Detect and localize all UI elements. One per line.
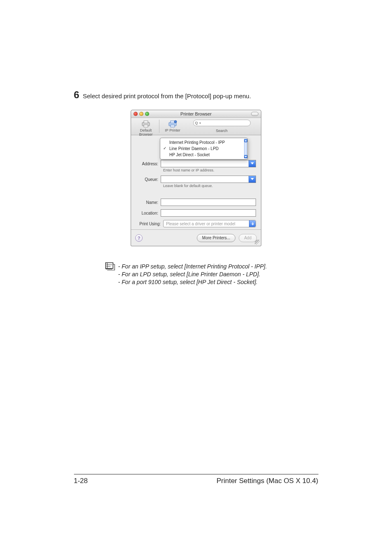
note-icon [105, 261, 115, 271]
window-titlebar: Printer Browser [131, 110, 261, 118]
name-label: Name: [136, 200, 161, 205]
protocol-option-lpd[interactable]: Line Printer Daemon - LPD [160, 146, 247, 152]
svg-rect-5 [171, 125, 175, 127]
toolbar-ip-printer-label: IP Printer [165, 128, 180, 132]
toolbar: Default Browser IP Printer Q▾ Search [131, 118, 261, 135]
protocol-popup-menu: Internet Printing Protocol - IPP Line Pr… [160, 138, 248, 160]
step-text: Select desired print protocol from the [… [83, 92, 251, 99]
name-input[interactable] [161, 199, 256, 206]
popup-scrollbar[interactable] [244, 138, 247, 159]
address-hint: Enter host name or IP address. [163, 168, 256, 172]
svg-rect-4 [171, 121, 175, 123]
print-using-value: Please select a driver or printer model [166, 222, 235, 226]
queue-hint: Leave blank for default queue. [163, 184, 256, 188]
search-label: Search [216, 129, 228, 133]
minimize-icon[interactable] [139, 112, 143, 116]
search-icon: Q [195, 121, 198, 125]
more-printers-button[interactable]: More Printers... [197, 234, 235, 242]
resize-grip-icon[interactable] [255, 240, 260, 245]
protocol-option-socket[interactable]: HP Jet Direct - Socket [160, 152, 247, 158]
scroll-up-button[interactable] [244, 139, 247, 142]
printer-browser-window: Printer Browser Default Browser [131, 110, 261, 246]
address-label: Address: [136, 162, 161, 166]
step-number: 6 [74, 89, 79, 101]
location-input[interactable] [161, 209, 256, 217]
toolbar-default-browser[interactable]: Default Browser [134, 120, 158, 136]
toolbar-separator [159, 120, 159, 133]
help-button[interactable]: ? [135, 234, 143, 242]
toolbar-ip-printer[interactable]: IP Printer [160, 120, 185, 132]
page-number: 1-28 [74, 477, 88, 485]
queue-label: Queue: [136, 177, 161, 182]
print-using-select[interactable]: Please select a driver or printer model [163, 220, 256, 227]
window-title: Printer Browser [131, 111, 261, 116]
printer-icon [141, 120, 151, 127]
svg-rect-1 [144, 121, 148, 123]
svg-point-6 [174, 120, 177, 123]
print-using-label: Print Using: [136, 222, 163, 226]
note-line-2: - For an LPD setup, select [Line Printer… [118, 271, 318, 278]
scroll-down-button[interactable] [244, 155, 247, 158]
toolbar-toggle-button[interactable] [251, 112, 258, 116]
note-line-1: - For an IPP setup, select [Internet Pri… [118, 263, 318, 271]
queue-input[interactable] [161, 176, 256, 183]
chevron-updown-icon [249, 220, 256, 227]
ip-printer-icon [168, 120, 178, 127]
location-label: Location: [136, 211, 161, 215]
note-line-3: - For a port 9100 setup, select [HP Jet … [118, 278, 318, 286]
zoom-icon[interactable] [145, 112, 149, 116]
add-button: Add [239, 234, 257, 242]
section-title: Printer Settings (Mac OS X 10.4) [217, 477, 318, 485]
address-input[interactable] [161, 160, 256, 167]
close-icon[interactable] [134, 112, 138, 116]
svg-rect-2 [144, 125, 148, 127]
search-input[interactable]: Q▾ [193, 120, 251, 126]
protocol-option-ipp[interactable]: Internet Printing Protocol - IPP [160, 139, 247, 146]
